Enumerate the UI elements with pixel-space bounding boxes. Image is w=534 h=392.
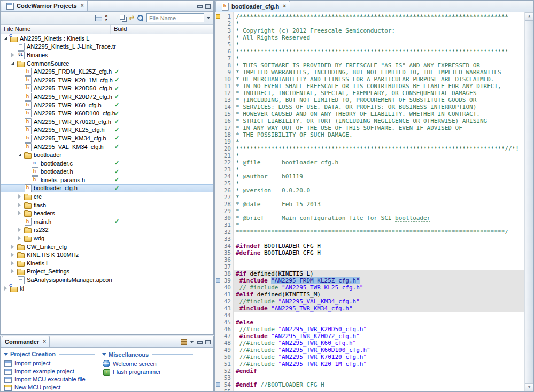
line-number-ruler[interactable]: 1234567891011121314151617181920212223242… xyxy=(221,12,234,391)
collapse-all-icon[interactable] xyxy=(119,14,127,21)
editor-scrollbar[interactable]: ▲ ▼ xyxy=(524,12,533,391)
tree-open-arrow-icon[interactable] xyxy=(9,62,16,65)
tree-closed-arrow-icon[interactable] xyxy=(9,261,16,265)
tree-closed-arrow-icon[interactable] xyxy=(9,53,16,57)
tree-item[interactable]: AN2295_TWR_KM34_cfg.h✓ xyxy=(1,134,213,143)
commander-item-welcome-globe[interactable]: Welcome screen xyxy=(102,359,193,368)
minimize-icon[interactable] xyxy=(197,340,202,344)
file-name-filter-input[interactable] xyxy=(146,13,204,22)
tree-closed-arrow-icon[interactable] xyxy=(16,194,22,199)
tree-item[interactable]: Project_Settings xyxy=(1,268,213,276)
code-line: * IMPLIED WARRANTIES, INCLUDING, BUT NOT… xyxy=(236,69,524,76)
tree-closed-arrow-icon[interactable] xyxy=(16,228,22,232)
code-line xyxy=(236,312,524,319)
maximize-icon[interactable] xyxy=(205,4,211,9)
tree-closed-arrow-icon[interactable] xyxy=(9,253,16,257)
link-with-editor-icon[interactable]: ⇄ xyxy=(129,15,134,21)
minimize-icon[interactable] xyxy=(197,4,202,9)
scrollbar-thumb[interactable] xyxy=(525,20,533,383)
commander-item-import-example[interactable]: Import example project xyxy=(4,367,95,375)
tree-item[interactable]: AN2295_TWR_KL25_cfg.h✓ xyxy=(1,126,213,135)
tab-bootloader-cfg-h[interactable]: bootloader_cfg.h × xyxy=(215,1,290,12)
project-tree[interactable]: AN2295_Kinetis : Kinetis LAN2295_Kinetis… xyxy=(1,34,213,334)
search-icon[interactable] xyxy=(137,14,144,21)
tree-closed-arrow-icon[interactable] xyxy=(16,236,22,240)
tree-item[interactable]: AN2295_TWR_K60D100_cfg.h✓ xyxy=(1,109,213,117)
maximize-icon[interactable] xyxy=(205,340,211,344)
tree-item[interactable]: SaAnalysispointsManager.apcon xyxy=(1,276,213,284)
tree-open-arrow-icon[interactable] xyxy=(2,37,9,40)
tab-codewarrior-projects[interactable]: CodeWarrior Projects × xyxy=(2,0,88,11)
filter-dropdown-icon[interactable] xyxy=(207,17,210,19)
tree-item-label: AN2295_TWR_K20D72_cfg.h xyxy=(34,93,112,100)
tree-item[interactable]: Binaries xyxy=(1,51,213,59)
tree-item[interactable]: bootloader xyxy=(1,151,213,159)
tree-item[interactable]: CommonSource xyxy=(1,59,213,68)
package-icon[interactable] xyxy=(181,339,187,345)
tree-item[interactable]: AN2295_TWR_K20D72_cfg.h✓ xyxy=(1,92,213,101)
commander-item-new-project[interactable]: New MCU project xyxy=(4,383,95,391)
tree-item[interactable]: flash xyxy=(1,201,213,209)
scroll-down-icon[interactable]: ▼ xyxy=(525,383,533,391)
commander-item-import-project[interactable]: Import project xyxy=(4,359,95,367)
tree-item[interactable]: main.h✓ xyxy=(1,217,213,226)
line-number: 1 xyxy=(221,13,231,20)
tree-item[interactable]: CW_Linker_cfg xyxy=(1,242,213,251)
folder-icon xyxy=(17,260,25,267)
tree-item[interactable]: kl xyxy=(1,284,213,293)
tree-item[interactable]: crc xyxy=(1,192,213,201)
tree-item[interactable]: bootloader_cfg.h✓ xyxy=(1,184,213,193)
tree-item[interactable]: AN2295_TWR_K70120_cfg.h✓ xyxy=(1,117,213,126)
code-line: #elif defined(KINETIS_M) xyxy=(234,291,524,298)
tree-item[interactable]: AN2295_Kinetis_L J-Link_Trace.tr xyxy=(1,43,213,51)
tree-item[interactable]: KINETIS K 100MHz xyxy=(1,250,213,259)
commander-item-flash-programmer[interactable]: Flash programmer xyxy=(102,368,193,377)
tree-item[interactable]: bootloader.c✓ xyxy=(1,159,213,168)
projects-toolbar: ⇄ xyxy=(1,12,213,25)
tab-commander[interactable]: Commander × xyxy=(2,336,50,347)
tree-item[interactable]: Kinetis L xyxy=(1,259,213,268)
tree-item[interactable]: bootloader.h✓ xyxy=(1,168,213,176)
line-number: 13 xyxy=(221,97,231,104)
tree-open-arrow-icon[interactable] xyxy=(16,154,22,156)
code-line: * xyxy=(236,152,524,159)
annotation-ruler[interactable] xyxy=(215,12,221,391)
tree-item[interactable]: AN2295_VAL_KM34_cfg.h✓ xyxy=(1,143,213,151)
nav-marker-icon[interactable] xyxy=(216,382,220,387)
line-number: 32 xyxy=(221,229,231,236)
column-build[interactable]: Build xyxy=(111,25,213,34)
tree-item[interactable]: headers xyxy=(1,209,213,217)
tree-item[interactable]: kinetis_params.h✓ xyxy=(1,176,213,184)
code-line: * @version 0.0.20.0 xyxy=(236,187,524,194)
tree-item[interactable]: rs232 xyxy=(1,226,213,234)
tree-closed-arrow-icon[interactable] xyxy=(16,211,22,215)
commander-section-title[interactable]: Project Creation xyxy=(4,350,95,358)
close-icon[interactable]: × xyxy=(81,3,84,9)
projects-view-icon xyxy=(6,2,14,10)
close-icon[interactable]: × xyxy=(43,339,46,344)
view-menu-icon[interactable] xyxy=(190,341,194,343)
code-line: // #include "AN2295_TWR_KL25_cfg.h" xyxy=(234,284,524,291)
tree-closed-arrow-icon[interactable] xyxy=(2,286,9,291)
tree-closed-arrow-icon[interactable] xyxy=(16,203,22,207)
commander-item-import-executable[interactable]: Import MCU executable file xyxy=(4,375,95,383)
code-area[interactable]: /***************************************… xyxy=(234,12,524,391)
folder-icon xyxy=(17,268,25,275)
scroll-up-icon[interactable]: ▲ xyxy=(525,12,533,20)
tree-item[interactable]: AN2295_TWR_K20D50_cfg.h✓ xyxy=(1,84,213,93)
sort-az-icon[interactable] xyxy=(105,14,111,22)
nav-marker-icon[interactable] xyxy=(216,278,220,283)
tree-item[interactable]: AN2295_Kinetis : Kinetis L xyxy=(1,34,213,43)
tree-item[interactable]: wdg xyxy=(1,234,213,242)
tree-closed-arrow-icon[interactable] xyxy=(9,245,16,249)
column-file-name[interactable]: File Name xyxy=(1,25,111,34)
view-presentation-icon[interactable] xyxy=(95,15,102,21)
tree-item[interactable]: AN2295_TWR_K20_1M_cfg.h✓ xyxy=(1,76,213,84)
commander-section-title[interactable]: Miscellaneous xyxy=(102,350,193,358)
line-number: 8 xyxy=(221,62,231,69)
task-marker-icon[interactable] xyxy=(216,14,220,19)
close-icon[interactable]: × xyxy=(283,4,286,9)
tree-item[interactable]: AN2295_FRDM_KL25Z_cfg.h✓ xyxy=(1,67,213,76)
tree-closed-arrow-icon[interactable] xyxy=(9,269,16,273)
tree-item[interactable]: AN2295_TWR_K60_cfg.h✓ xyxy=(1,101,213,109)
